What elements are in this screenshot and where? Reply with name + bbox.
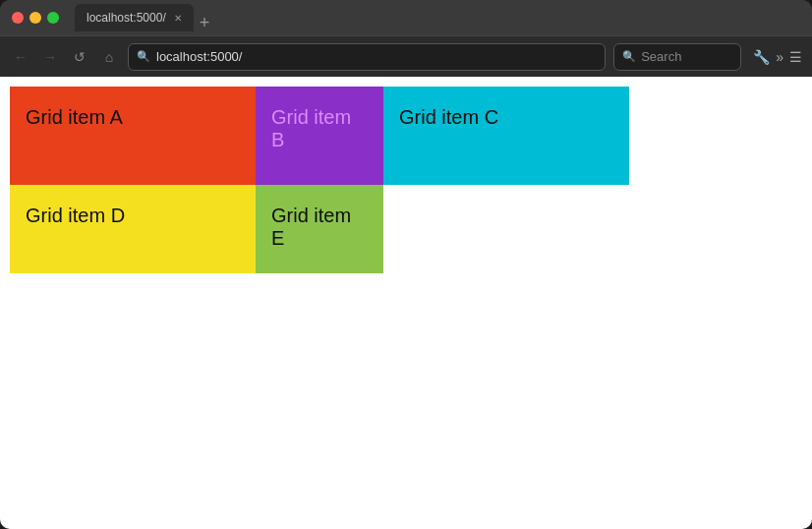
browser-window: localhost:5000/ ✕ + ← → ↺ ⌂ 🔍 localhost:…: [0, 0, 812, 529]
new-tab-button[interactable]: +: [200, 14, 210, 31]
home-button[interactable]: ⌂: [98, 49, 120, 65]
grid-container: Grid item A Grid item B Grid item C Grid…: [10, 87, 629, 273]
tab-label: localhost:5000/: [87, 11, 166, 25]
grid-item-e: Grid item E: [256, 185, 383, 273]
grid-item-d: Grid item D: [10, 185, 256, 273]
active-tab[interactable]: localhost:5000/ ✕: [75, 4, 194, 31]
menu-icon[interactable]: ☰: [789, 49, 802, 65]
grid-item-b: Grid item B: [256, 87, 383, 185]
url-icon: 🔍: [137, 50, 150, 63]
page-content: Grid item A Grid item B Grid item C Grid…: [0, 77, 812, 529]
title-bar: localhost:5000/ ✕ +: [0, 0, 812, 35]
tab-close-icon[interactable]: ✕: [174, 13, 182, 24]
traffic-lights: [12, 12, 59, 24]
back-button[interactable]: ←: [10, 49, 31, 65]
url-bar[interactable]: 🔍 localhost:5000/: [128, 43, 606, 71]
maximize-button[interactable]: [47, 12, 59, 24]
grid-item-c: Grid item C: [383, 87, 629, 185]
url-text: localhost:5000/: [156, 49, 242, 64]
close-button[interactable]: [12, 12, 24, 24]
tools-icon[interactable]: 🔧: [753, 49, 770, 65]
overflow-icon[interactable]: »: [776, 49, 783, 65]
forward-button[interactable]: →: [39, 49, 61, 65]
reload-button[interactable]: ↺: [69, 49, 90, 65]
search-icon: 🔍: [622, 50, 636, 63]
minimize-button[interactable]: [29, 12, 41, 24]
address-bar: ← → ↺ ⌂ 🔍 localhost:5000/ 🔍 Search 🔧 » ☰: [0, 35, 812, 77]
toolbar-icons: 🔧 » ☰: [753, 49, 802, 65]
search-placeholder-text: Search: [641, 49, 681, 64]
grid-item-a: Grid item A: [10, 87, 256, 185]
tab-bar: localhost:5000/ ✕ +: [75, 4, 800, 31]
search-bar[interactable]: 🔍 Search: [613, 43, 741, 71]
